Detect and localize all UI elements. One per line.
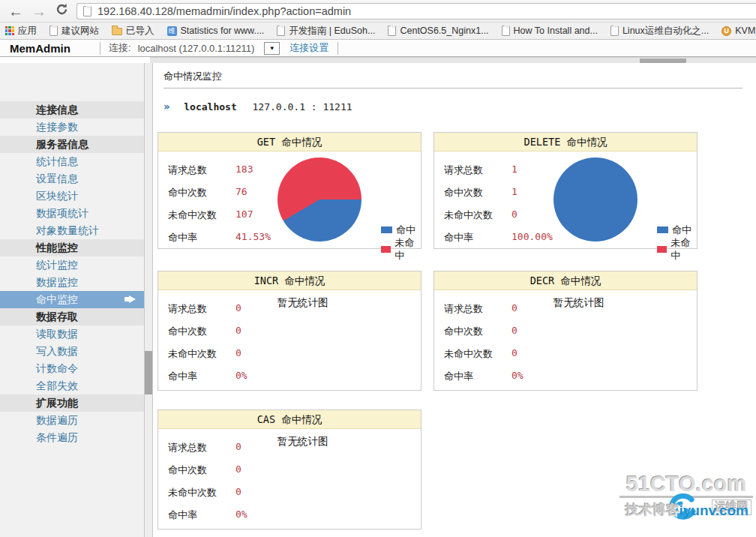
sidebar-item-data-traverse[interactable]: 数据遍历 <box>0 412 144 429</box>
sidebar-item-data-monitor[interactable]: 数据监控 <box>0 274 144 291</box>
kvm-icon <box>722 26 731 36</box>
active-arrow-icon <box>129 296 136 303</box>
url-bar[interactable]: 192.168.40.128/memadmin/index.php?action… <box>76 3 756 20</box>
server-address: 127.0.0.1 : 11211 <box>253 101 352 112</box>
bookmark-item[interactable]: CentOS6.5_Nginx1... <box>388 26 488 36</box>
stat-row: 命中次数0 <box>168 325 413 338</box>
stat-row: 未命中次数0 <box>444 347 689 361</box>
forward-icon[interactable]: → <box>32 4 46 19</box>
bookmark-item[interactable]: KVM <box>722 26 755 36</box>
stat-value: 0% <box>236 370 248 381</box>
stat-label: 未命中次数 <box>168 347 217 361</box>
no-chart-text: 暂无统计图 <box>278 435 328 448</box>
sidebar-section-connection-info: 连接信息 <box>0 101 144 118</box>
folder-icon <box>112 28 122 35</box>
stat-value: 183 <box>236 164 253 175</box>
app-title: MemAdmin <box>0 42 100 55</box>
panel-body: 请求总数1 命中次数1 未命中次数0 命中率100.00% 命中 未命中 <box>434 152 697 248</box>
pie-chart-get <box>278 158 362 242</box>
stat-value: 107 <box>236 208 253 220</box>
panel-title: INCR 命中情况 <box>158 272 421 290</box>
stat-row: 未命中次数0 <box>168 347 413 361</box>
bookmark-item[interactable]: 建议网站 <box>50 25 99 38</box>
apps-grid-icon <box>5 26 14 35</box>
bookmark-label: Linux运维自动化之... <box>622 25 709 38</box>
panel-incr-hits: INCR 命中情况 请求总数0 命中次数0 未命中次数0 命中率0% 暂无统计图 <box>158 271 422 391</box>
sidebar-item-write-data[interactable]: 写入数据 <box>0 343 144 360</box>
legend-label: 命中 <box>396 224 416 236</box>
sidebar-item-stats-monitor[interactable]: 统计监控 <box>0 256 144 274</box>
sidebar-section-server-info: 服务器信息 <box>0 136 144 153</box>
sidebar-item-item-stats[interactable]: 数据项统计 <box>0 205 144 222</box>
chart-legend: 命中 未命中 <box>381 224 421 262</box>
stat-value: 0 <box>236 464 242 475</box>
bookmark-item[interactable]: How To Install and... <box>502 26 598 36</box>
refresh-icon[interactable] <box>56 3 68 19</box>
panel-body: 请求总数0 命中次数0 未命中次数0 命中率0% 暂无统计图 <box>434 290 697 389</box>
panel-cas-hits: CAS 命中情况 请求总数0 命中次数0 未命中次数0 命中率0% 暂无统计图 <box>158 410 422 530</box>
stat-value: 0 <box>512 302 518 314</box>
bookmark-apps[interactable]: 应用 <box>5 25 37 38</box>
stat-value: 0 <box>512 347 518 358</box>
stat-row: 命中率41.53% <box>168 231 413 244</box>
panel-delete-hits: DELETE 命中情况 请求总数1 命中次数1 未命中次数0 命中率100.00… <box>434 132 698 249</box>
stat-label: 命中次数 <box>444 325 483 338</box>
stat-value: 0 <box>236 325 242 336</box>
vertical-scrollbar-thumb[interactable] <box>145 351 152 394</box>
sidebar-item-connection-params[interactable]: 连接参数 <box>0 118 144 136</box>
sidebar-item-condition-traverse[interactable]: 条件遍历 <box>0 429 144 446</box>
sidebar-section-performance-monitor: 性能监控 <box>0 239 144 256</box>
stat-label: 请求总数 <box>168 302 207 316</box>
back-icon[interactable]: ← <box>8 4 23 19</box>
vertical-scrollbar[interactable] <box>144 63 153 537</box>
sidebar-item-read-data[interactable]: 读取数据 <box>0 326 144 343</box>
panel-title: CAS 命中情况 <box>158 410 421 429</box>
sidebar-item-object-count-stats[interactable]: 对象数量统计 <box>0 222 144 239</box>
horizontal-scrollbar[interactable] <box>150 57 756 63</box>
stat-row: 命中次数0 <box>444 325 689 338</box>
connection-label: 连接: <box>109 41 131 55</box>
bookmark-item[interactable]: Linux运维自动化之... <box>610 25 709 38</box>
stat-label: 未命中次数 <box>168 486 217 500</box>
page-icon <box>610 26 619 36</box>
connection-dropdown[interactable]: ▼ <box>264 42 280 55</box>
bookmark-folder[interactable]: 已导入 <box>112 25 154 38</box>
title-divider <box>164 88 742 88</box>
sidebar-item-settings-info[interactable]: 设置信息 <box>0 170 144 188</box>
bookmark-label: CentOS6.5_Nginx1... <box>400 26 488 36</box>
pie-chart-delete <box>554 158 638 242</box>
url-text: 192.168.40.128/memadmin/index.php?action… <box>98 5 351 17</box>
stat-label: 请求总数 <box>168 441 207 454</box>
legend-label: 未命中 <box>394 236 421 262</box>
sidebar-section-data-access: 数据存取 <box>0 308 144 326</box>
panel-title: DECR 命中情况 <box>434 272 697 290</box>
stat-row: 命中率0% <box>168 370 413 383</box>
panel-title: DELETE 命中情况 <box>434 133 697 152</box>
bookmark-label: 建议网站 <box>62 25 99 38</box>
server-host: localhost <box>184 101 236 112</box>
sidebar-item-stats-info[interactable]: 统计信息 <box>0 153 144 170</box>
sidebar-item-counter-commands[interactable]: 计数命令 <box>0 360 144 377</box>
stat-value: 0% <box>236 508 248 520</box>
sidebar-item-slab-stats[interactable]: 区块统计 <box>0 188 144 205</box>
stat-label: 命中率 <box>444 370 473 383</box>
stat-value: 0 <box>512 325 518 336</box>
sidebar: 连接信息 连接参数 服务器信息 统计信息 设置信息 区块统计 数据项统计 对象数… <box>0 63 144 537</box>
legend-swatch-miss <box>381 246 391 253</box>
stat-label: 未命中次数 <box>444 208 493 222</box>
connection-settings-link[interactable]: 连接设置 <box>290 41 328 55</box>
sidebar-item-flush-all[interactable]: 全部失效 <box>0 377 144 394</box>
page-icon <box>83 6 92 16</box>
sidebar-item-hit-monitor-active[interactable]: 命中监控 <box>0 291 144 308</box>
bookmark-item[interactable]: Statistics for www.... <box>167 26 265 36</box>
panel-body: 请求总数0 命中次数0 未命中次数0 命中率0% 暂无统计图 <box>158 290 421 389</box>
server-line: » localhost 127.0.0.1 : 11211 <box>164 100 352 112</box>
stat-label: 命中率 <box>168 231 197 244</box>
stat-label: 命中次数 <box>168 464 207 477</box>
bookmarks-bar: 应用 建议网站 已导入 Statistics for www.... 开发指南 … <box>0 22 756 40</box>
stat-label: 命中率 <box>168 508 197 522</box>
stat-value: 0 <box>236 302 242 314</box>
bookmark-item[interactable]: 开发指南 | EduSoh... <box>277 25 375 38</box>
panel-get-hits: GET 命中情况 请求总数183 命中次数76 未命中次数107 命中率41.5… <box>158 132 422 249</box>
page-title: 命中情况监控 <box>164 70 222 83</box>
